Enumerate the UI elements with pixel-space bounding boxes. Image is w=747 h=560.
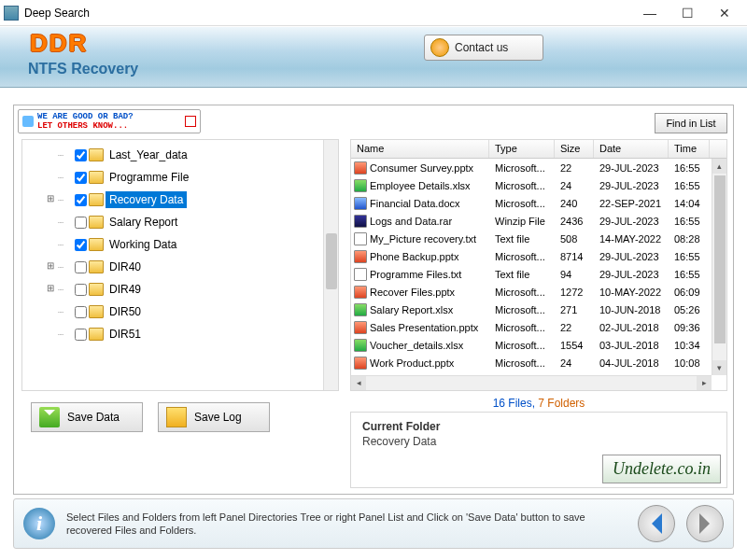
col-date[interactable]: Date [594, 140, 669, 158]
minimize-button[interactable]: — [631, 2, 669, 24]
folder-icon [89, 171, 104, 184]
file-name: Consumer Survey.pptx [370, 162, 473, 174]
folder-icon [89, 148, 104, 161]
file-date: 29-JUL-2023 [594, 162, 669, 174]
file-icon [354, 179, 367, 192]
tree-checkbox[interactable] [75, 261, 87, 273]
tree-item[interactable]: ┈Salary Report [22, 211, 338, 233]
status-bar: 16 Files, 7 Folders [350, 397, 727, 410]
tree-checkbox[interactable] [75, 329, 87, 341]
expand-icon[interactable] [45, 329, 56, 340]
save-data-button[interactable]: Save Data [31, 402, 143, 432]
folder-icon [89, 193, 104, 206]
file-size: 1554 [555, 340, 594, 351]
file-time: 10:34 [669, 340, 710, 351]
tree-scrollbar[interactable] [323, 140, 338, 390]
back-button[interactable] [638, 505, 675, 542]
file-row[interactable]: Consumer Survey.pptxMicrosoft...2229-JUL… [351, 159, 726, 176]
list-vscrollbar[interactable]: ▴▾ [712, 159, 726, 375]
file-icon [354, 286, 367, 299]
file-date: 22-SEP-2021 [594, 198, 669, 209]
header: DDR NTFS Recovery Contact us [0, 26, 747, 88]
expand-icon[interactable] [45, 172, 56, 183]
file-time: 16:55 [669, 269, 710, 280]
tree-item[interactable]: ┈Working Data [22, 233, 338, 256]
expand-icon[interactable] [45, 149, 56, 161]
tree-item[interactable]: ⊞┈DIR49 [22, 278, 338, 301]
current-folder-value: Recovery Data [362, 435, 715, 448]
forward-button[interactable] [686, 505, 724, 542]
tree-item[interactable]: ┈Programme File [22, 166, 338, 189]
col-name[interactable]: Name [351, 140, 489, 158]
file-size: 271 [555, 304, 594, 315]
folder-icon [89, 216, 104, 229]
file-row[interactable]: Work Product.pptxMicrosoft...2404-JUL-20… [351, 354, 726, 371]
file-icon [354, 321, 367, 334]
feedback-banner[interactable]: WE ARE GOOD OR BAD? LET OTHERS KNOW... [18, 109, 201, 133]
file-type: Microsoft... [489, 357, 555, 369]
list-hscrollbar[interactable]: ◂▸ [351, 375, 712, 390]
maximize-button[interactable]: ☐ [669, 2, 706, 24]
file-row[interactable]: Employee Details.xlsxMicrosoft...2429-JU… [351, 176, 726, 194]
file-name: My_Picture recovery.txt [370, 233, 476, 245]
file-row[interactable]: Phone Backup.pptxMicrosoft...871429-JUL-… [351, 247, 726, 265]
expand-icon[interactable] [45, 306, 56, 317]
expand-icon[interactable] [45, 217, 56, 228]
titlebar: Deep Search — ☐ ✕ [0, 0, 747, 26]
tree-checkbox[interactable] [75, 172, 87, 184]
folder-tree[interactable]: ┈Last_Year_data┈Programme File⊞┈Recovery… [22, 140, 338, 349]
file-time: 16:55 [669, 251, 710, 262]
file-name: Programme Files.txt [370, 269, 461, 280]
file-row[interactable]: Voucher_details.xlsxMicrosoft...155403-J… [351, 336, 726, 354]
product-subtitle: NTFS Recovery [28, 61, 138, 77]
file-type: Microsoft... [489, 162, 555, 174]
file-row[interactable]: My_Picture recovery.txtText file50814-MA… [351, 230, 726, 247]
close-button[interactable]: ✕ [706, 2, 743, 24]
file-date: 29-JUL-2023 [594, 216, 669, 227]
file-name: Recover Files.pptx [370, 287, 455, 298]
tree-checkbox[interactable] [75, 239, 87, 251]
tree-checkbox[interactable] [75, 306, 87, 318]
file-list[interactable]: Consumer Survey.pptxMicrosoft...2229-JUL… [351, 159, 726, 371]
file-size: 94 [555, 269, 594, 280]
file-row[interactable]: Financial Data.docxMicrosoft...24022-SEP… [351, 194, 726, 212]
file-icon [354, 303, 367, 316]
file-row[interactable]: Recover Files.pptxMicrosoft...127210-MAY… [351, 283, 726, 301]
tree-label: DIR51 [106, 326, 145, 343]
col-size[interactable]: Size [555, 140, 594, 158]
file-row[interactable]: Salary Report.xlsxMicrosoft...27110-JUN-… [351, 301, 726, 318]
expand-icon[interactable]: ⊞ [45, 194, 56, 205]
file-icon [354, 215, 367, 228]
contact-us-button[interactable]: Contact us [424, 35, 543, 61]
tree-item[interactable]: ┈DIR50 [22, 301, 338, 323]
tree-checkbox[interactable] [75, 194, 87, 206]
file-icon [354, 161, 367, 175]
expand-icon[interactable] [45, 239, 56, 250]
tree-checkbox[interactable] [75, 149, 87, 161]
file-row[interactable]: Logs and Data.rarWinzip File243629-JUL-2… [351, 212, 726, 230]
tree-checkbox[interactable] [75, 217, 87, 229]
file-time: 09:36 [669, 322, 710, 333]
tree-item[interactable]: ┈DIR51 [22, 323, 338, 345]
col-type[interactable]: Type [489, 140, 555, 158]
col-time[interactable]: Time [669, 140, 710, 158]
tree-item[interactable]: ┈Last_Year_data [22, 144, 338, 166]
save-log-button[interactable]: Save Log [158, 402, 270, 432]
file-icon [354, 357, 367, 370]
file-size: 8714 [555, 251, 594, 262]
folder-icon [89, 283, 104, 296]
file-row[interactable]: Programme Files.txtText file9429-JUL-202… [351, 265, 726, 283]
file-date: 02-JUL-2018 [594, 322, 669, 333]
tree-item[interactable]: ⊞┈Recovery Data [22, 189, 338, 211]
file-size: 24 [555, 180, 594, 191]
file-type: Microsoft... [489, 340, 555, 351]
file-size: 22 [555, 322, 594, 333]
expand-icon[interactable]: ⊞ [45, 284, 56, 295]
tree-item[interactable]: ⊞┈DIR40 [22, 256, 338, 278]
file-name: Phone Backup.pptx [370, 251, 458, 262]
tree-checkbox[interactable] [75, 284, 87, 296]
file-row[interactable]: Sales Presentation.pptxMicrosoft...2202-… [351, 318, 726, 336]
file-type: Microsoft... [489, 322, 555, 333]
find-in-list-button[interactable]: Find in List [655, 113, 727, 133]
expand-icon[interactable]: ⊞ [45, 261, 56, 273]
